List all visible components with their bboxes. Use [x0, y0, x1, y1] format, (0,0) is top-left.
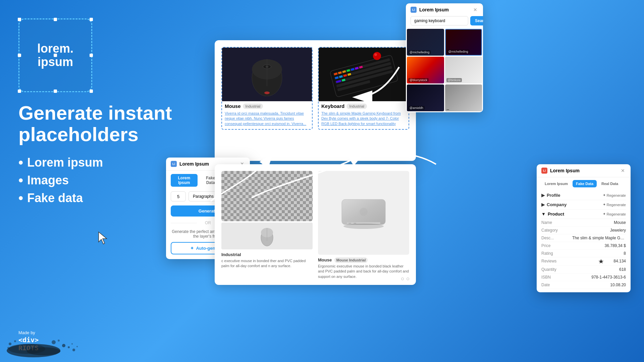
scroll-right-title: Mouse Mouse Industrial [318, 257, 409, 262]
company-section: ▶ Company ✦ Regenerate [541, 200, 626, 209]
search-result-5[interactable]: @amieldh [407, 84, 444, 111]
keyboard-tag: Industrial [346, 104, 367, 109]
cursor-icon [97, 231, 109, 246]
data-label-category: Category [541, 228, 558, 233]
headline: Generate instant placeholders [18, 102, 213, 145]
corner-handle-br [90, 89, 93, 93]
profile-regen-btn[interactable]: ✦ Regenerate [603, 193, 626, 197]
img-bg-2: @michelleding [446, 29, 482, 55]
fake-data-panel: Li Lorem Ipsum ✕ Lorem Ipsum Fake Data R… [537, 164, 631, 292]
svg-marker-41 [598, 259, 603, 263]
data-value-category: Jewelery [610, 228, 626, 233]
corner-handle-bl [18, 89, 21, 93]
scroll-left-center [221, 223, 313, 249]
fake-panel-title-group: Li Lorem Ipsum [541, 168, 580, 174]
svg-point-6 [9, 343, 11, 345]
search-panel-title: Lorem Ipsum [419, 7, 449, 12]
corner-handle-mr [90, 54, 93, 57]
svg-point-17 [266, 65, 268, 68]
scroll-right-product: Mouse Mouse Industrial Ergonomic executi… [318, 171, 409, 279]
search-result-2[interactable]: @michelleding [445, 29, 482, 56]
data-label-date: Date [541, 283, 550, 287]
data-row-rating: Rating 8 [541, 250, 626, 257]
mouse-card: Mouse Industrial Viverra id orci massa m… [221, 47, 313, 130]
svg-point-3 [62, 344, 65, 347]
mouse-image [222, 48, 312, 101]
svg-point-9 [58, 340, 60, 342]
data-row-price: Price 36.789,34 $ [541, 242, 626, 250]
keyboard-title: Keyboard [321, 103, 344, 109]
product-regen-btn[interactable]: ✦ Regenerate [603, 212, 626, 216]
product-section: ▼ Product ✦ Regenerate [541, 209, 626, 219]
search-result-4[interactable]: @binkore [445, 57, 482, 83]
fake-panel-body: ▶ Profile ✦ Regenerate ▶ Company ✦ Regen… [537, 187, 631, 292]
mouse-desc: Viverra id orci massa malesuada. Tincidu… [222, 110, 312, 129]
data-label-name: Name [541, 220, 552, 225]
img-bg-3: @blurrystock [407, 57, 444, 83]
profile-section: ▶ Profile ✦ Regenerate [541, 191, 626, 200]
data-value-name: Mouse [614, 220, 626, 225]
company-arrow-icon: ▶ [541, 202, 545, 207]
img-attr-1: @michelleding [408, 50, 431, 54]
pagination-dots [401, 278, 409, 280]
data-row-category: Category Jewelery [541, 227, 626, 234]
search-button[interactable]: Search [470, 16, 483, 25]
fake-tab-real[interactable]: Real Data [598, 180, 622, 187]
data-label-isbn: ISBN [541, 275, 551, 280]
quantity-input[interactable] [171, 191, 186, 201]
fake-panel-icon: Li [541, 168, 547, 174]
data-label-price: Price [541, 243, 550, 248]
fake-panel-tabs: Lorem Ipsum Fake Data Real Data [537, 177, 631, 187]
data-value-rating: 8 [624, 251, 626, 256]
svg-point-39 [373, 52, 381, 60]
img-bg-4: @binkore [445, 57, 482, 83]
svg-point-7 [14, 340, 16, 342]
data-label-rating: Rating [541, 251, 553, 256]
svg-rect-49 [354, 223, 356, 224]
mouse-tag: Industrial [243, 104, 263, 109]
image-results-grid: @michelleding @michelleding @blurrystock… [406, 29, 483, 112]
search-input[interactable] [411, 16, 468, 25]
logo-box: lorem. ipsum [18, 18, 92, 92]
scroll-left-product: Industrial c executive mouse in bonded t… [221, 171, 313, 279]
search-result-6[interactable] [445, 84, 482, 111]
keyboard-card: Keyboard Industrial The slim & simple Ma… [318, 47, 409, 130]
scroll-left-title: Industrial [221, 252, 313, 257]
profile-section-title: ▶ Profile [541, 193, 560, 198]
product-section-title: ▼ Product [541, 212, 564, 217]
product-label: Product [548, 212, 564, 217]
data-value-isbn: 978-1-4473-3613-6 [591, 275, 626, 280]
fake-panel-close[interactable]: ✕ [620, 168, 626, 174]
product-data-rows: Name Mouse Category Jewelery Desc... The… [541, 219, 626, 289]
data-label-reviews: Reviews [541, 259, 556, 264]
corner-handle-ml [18, 54, 21, 57]
fake-tab-lorem[interactable]: Lorem Ipsum [541, 180, 571, 187]
search-panel-close[interactable]: ✕ [472, 7, 478, 13]
img-attr-2: @michelleding [447, 50, 470, 54]
corner-handle-tl [18, 18, 21, 21]
company-label: Company [547, 202, 567, 207]
tab-lorem-ipsum[interactable]: Lorem Ipsum [171, 174, 198, 187]
img-bg-5: @amieldh [407, 84, 444, 111]
corner-handle-tr [90, 18, 93, 21]
scroll-device-image [221, 223, 313, 249]
svg-point-11 [76, 346, 78, 347]
fake-tab-fake[interactable]: Fake Data [573, 180, 597, 187]
company-regen-btn[interactable]: ✦ Regenerate [603, 202, 626, 207]
search-result-1[interactable]: @michelleding [407, 29, 444, 56]
svg-point-40 [374, 53, 377, 56]
refresh-icon-product: ✦ [603, 212, 606, 216]
product-arrow-icon: ▼ [541, 212, 546, 217]
data-value-quantity: 618 [619, 267, 626, 272]
search-result-3[interactable]: @blurrystock [407, 57, 444, 83]
svg-rect-48 [348, 223, 351, 224]
img-attr-5: @amieldh [408, 106, 425, 110]
search-panel-icon: Li [411, 7, 417, 13]
img-bg-6 [445, 84, 482, 111]
scroll-left-desc: c executive mouse in bonded ther and PVC… [221, 258, 313, 269]
search-image-panel: Li Lorem Ipsum ✕ Search @michelleding @m… [406, 3, 483, 112]
data-value-price: 36.789,34 $ [605, 243, 626, 248]
fake-panel-header: Li Lorem Ipsum ✕ [537, 164, 631, 177]
search-panel-title-group: Li Lorem Ipsum [411, 7, 449, 13]
lorem-panel-title-group: Li Lorem Ipsum [171, 161, 209, 167]
